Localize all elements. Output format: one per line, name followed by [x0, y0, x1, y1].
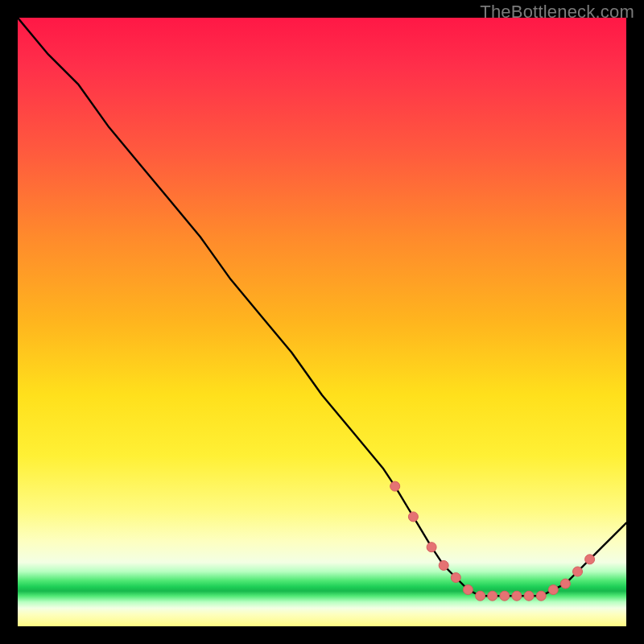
curve-marker [548, 585, 558, 595]
watermark-label: TheBottleneck.com [480, 2, 634, 23]
curve-marker [512, 591, 522, 601]
curve-marker [439, 560, 448, 570]
curve-marker [524, 591, 534, 601]
curve-marker [451, 573, 460, 583]
bottleneck-curve [18, 18, 626, 596]
curve-markers [390, 481, 595, 601]
curve-marker [500, 591, 510, 601]
curve-marker [560, 579, 570, 588]
curve-marker [536, 591, 546, 601]
curve-marker [427, 543, 436, 552]
curve-marker [463, 585, 473, 595]
curve-marker [488, 591, 497, 601]
plot-area [18, 18, 626, 626]
curve-marker [573, 567, 583, 576]
curve-marker [408, 512, 418, 522]
chart-stage: TheBottleneck.com [0, 0, 644, 644]
curve-marker [476, 591, 485, 601]
curve-marker [585, 555, 595, 564]
curve-layer [18, 18, 626, 626]
curve-marker [390, 481, 400, 491]
